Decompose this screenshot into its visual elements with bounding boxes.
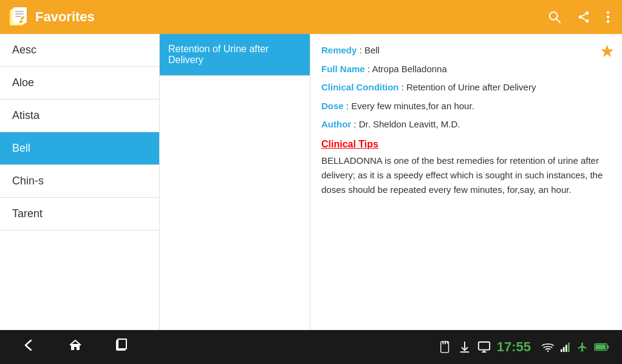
svg-line-15 <box>582 18 586 20</box>
share-button[interactable] <box>572 5 595 29</box>
signal-icon <box>560 342 571 352</box>
home-button[interactable] <box>58 333 92 361</box>
svg-rect-2 <box>13 7 27 23</box>
battery-icon <box>594 342 610 352</box>
svg-rect-4 <box>15 13 24 15</box>
airplane-icon <box>577 342 588 352</box>
author-label: Author <box>321 119 351 129</box>
svg-point-17 <box>607 16 610 19</box>
svg-rect-20 <box>118 339 126 349</box>
svg-rect-34 <box>568 343 570 352</box>
svg-point-11 <box>586 12 589 15</box>
svg-rect-37 <box>607 345 609 349</box>
svg-point-13 <box>586 19 589 22</box>
full-name-value: Atropa Belladonna <box>372 64 446 74</box>
recents-button[interactable] <box>104 333 138 361</box>
svg-rect-36 <box>595 345 606 349</box>
monitor-icon <box>477 340 491 354</box>
svg-point-30 <box>547 350 549 352</box>
nav-bar: 17:55 <box>0 330 622 364</box>
author-value: Dr. Sheldon Leavitt, M.D. <box>359 119 460 129</box>
app-bar: Favorites <box>0 0 622 34</box>
app-icon <box>7 6 29 28</box>
sidebar-item-aesc[interactable]: Aesc <box>0 34 159 67</box>
dose-label: Dose <box>321 101 344 111</box>
svg-rect-24 <box>445 342 446 345</box>
svg-rect-27 <box>479 342 490 350</box>
middle-panel: Retention of Urine after Delivery <box>160 34 310 330</box>
svg-rect-3 <box>15 11 24 12</box>
middle-item-retention[interactable]: Retention of Urine after Delivery <box>160 34 310 76</box>
back-button[interactable] <box>12 333 46 361</box>
status-bar: 17:55 <box>439 339 610 355</box>
svg-rect-25 <box>446 342 448 344</box>
favorite-star-button[interactable]: ★ <box>600 41 615 61</box>
full-name-label: Full Name <box>321 64 365 74</box>
clock: 17:55 <box>497 339 531 355</box>
clinical-tips-heading: Clinical Tips <box>321 139 611 150</box>
sidebar: Aesc Aloe Atista Bell Chin-s Tarent <box>0 34 160 330</box>
clinical-condition-value: Retention of Urine after Delivery <box>406 82 536 92</box>
main-content: Aesc Aloe Atista Bell Chin-s Tarent Rete… <box>0 34 622 330</box>
svg-rect-23 <box>442 342 443 345</box>
search-button[interactable] <box>543 5 566 29</box>
author-row: Author : Dr. Sheldon Leavitt, M.D. <box>321 118 611 132</box>
full-name-row: Full Name : Atropa Belladonna <box>321 62 611 76</box>
svg-point-12 <box>579 15 583 19</box>
clinical-condition-row: Clinical Condition : Retention of Urine … <box>321 81 611 95</box>
svg-point-16 <box>607 11 610 14</box>
sd-card-icon <box>439 340 452 354</box>
sidebar-item-bell[interactable]: Bell <box>0 132 159 165</box>
svg-rect-31 <box>561 349 562 352</box>
sidebar-item-chin-s[interactable]: Chin-s <box>0 165 159 198</box>
clinical-tips-text: BELLADONNA is one of the best remedies f… <box>321 153 611 197</box>
download-icon <box>458 340 471 354</box>
svg-line-10 <box>556 19 560 22</box>
wifi-icon <box>542 342 554 352</box>
clinical-condition-label: Clinical Condition <box>321 82 399 92</box>
svg-rect-33 <box>566 345 567 352</box>
detail-panel: ★ Remedy : Bell Full Name : Atropa Bella… <box>310 34 622 330</box>
remedy-label: Remedy <box>321 45 357 55</box>
remedy-row: Remedy : Bell <box>321 44 611 58</box>
svg-rect-5 <box>15 16 21 17</box>
sidebar-item-tarent[interactable]: Tarent <box>0 198 159 231</box>
svg-point-18 <box>607 20 610 23</box>
sidebar-item-aloe[interactable]: Aloe <box>0 67 159 99</box>
sidebar-item-atista[interactable]: Atista <box>0 99 159 132</box>
more-options-button[interactable] <box>601 5 615 29</box>
svg-line-14 <box>582 14 586 16</box>
dose-row: Dose : Every few minutes,for an hour. <box>321 99 611 113</box>
dose-value: Every few minutes,for an hour. <box>351 101 474 111</box>
app-title: Favorites <box>35 9 537 25</box>
svg-rect-32 <box>563 347 565 352</box>
remedy-value: Bell <box>364 45 380 55</box>
